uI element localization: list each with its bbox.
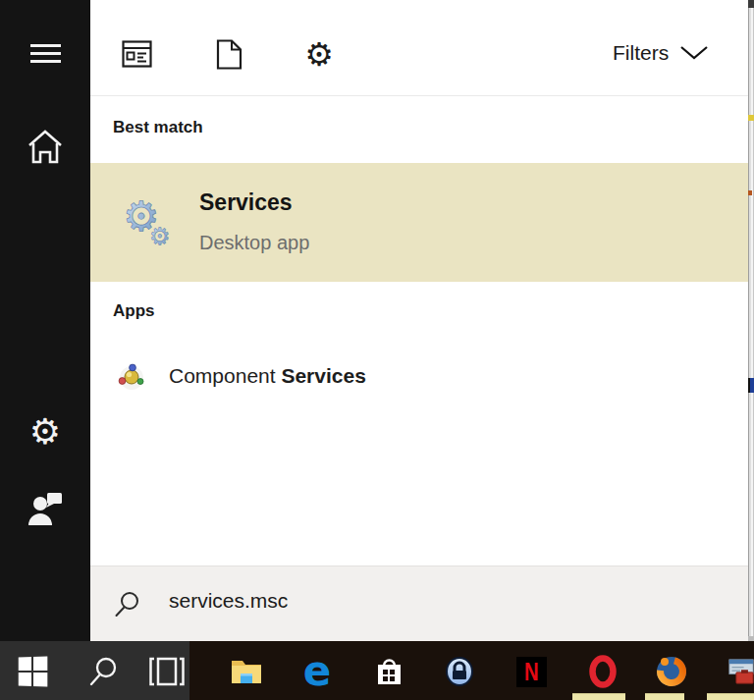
file-explorer-button[interactable]	[227, 652, 266, 691]
result-text: Component Services	[169, 364, 366, 388]
result-title: Services	[199, 189, 293, 216]
expand-menu-button[interactable]	[0, 26, 90, 81]
result-subtitle: Desktop app	[199, 232, 309, 254]
settings-filter-icon: ⚙	[304, 38, 334, 71]
chevron-down-icon	[680, 46, 708, 60]
taskbar-search-button[interactable]	[83, 652, 123, 691]
search-icon	[114, 591, 140, 618]
netflix-icon: N	[516, 657, 547, 687]
edge-fragment	[748, 378, 754, 393]
window-toolbox-icon	[728, 656, 754, 687]
result-component-services[interactable]: Component Services	[90, 351, 748, 403]
start-sidebar: ⚙	[0, 0, 90, 641]
sidebar-item-settings[interactable]: ⚙	[0, 404, 90, 459]
keepass-button[interactable]	[440, 652, 479, 691]
apps-header: Apps	[113, 301, 155, 321]
filter-apps-button[interactable]	[120, 37, 153, 71]
svg-text:⚙: ⚙	[149, 223, 171, 246]
edge-fragment	[748, 0, 754, 8]
component-services-icon	[117, 362, 146, 392]
edge-fragment	[748, 115, 754, 121]
gear-icon: ⚙	[29, 414, 61, 450]
task-view-icon	[148, 656, 186, 687]
windows-search-screen: ⚙	[0, 0, 754, 700]
windows-logo-icon	[19, 656, 48, 686]
desktop-fragment	[707, 693, 754, 700]
desktop-fragment	[572, 693, 625, 700]
document-filter-icon	[216, 39, 242, 70]
filter-settings-button[interactable]: ⚙	[302, 37, 336, 71]
filters-label: Filters	[613, 41, 669, 65]
search-input[interactable]	[167, 588, 721, 614]
services-gears-icon: ⚙ ⚙	[125, 195, 174, 246]
sidebar-item-account[interactable]	[0, 481, 90, 536]
firefox-button[interactable]	[652, 652, 691, 691]
store-bag-icon	[373, 656, 404, 687]
folder-icon	[230, 657, 263, 686]
start-button[interactable]	[13, 652, 52, 691]
store-button[interactable]	[369, 652, 408, 691]
sidebar-item-home[interactable]	[0, 120, 90, 175]
desktop-fragment	[645, 693, 684, 700]
filters-dropdown[interactable]: Filters	[613, 40, 708, 66]
result-services[interactable]: ⚙ ⚙ Services Desktop app	[90, 163, 748, 282]
search-box[interactable]	[90, 565, 748, 641]
edge-button[interactable]: e	[297, 652, 337, 691]
filter-documents-button[interactable]	[212, 37, 245, 71]
netflix-button[interactable]: N	[512, 652, 551, 691]
desktop-edge-strip	[748, 0, 754, 641]
user-icon	[26, 490, 65, 527]
header-divider	[90, 95, 748, 96]
task-view-button[interactable]	[147, 652, 187, 691]
search-flyout-panel: ⚙ Filters Best match ⚙ ⚙ Services	[90, 0, 748, 641]
hamburger-icon	[30, 39, 61, 68]
home-icon	[26, 129, 65, 166]
opera-icon	[587, 655, 619, 688]
apps-filter-icon	[122, 40, 152, 68]
best-match-header: Best match	[113, 118, 203, 137]
edge-fragment	[748, 190, 752, 195]
firefox-icon	[655, 655, 688, 688]
edge-icon: e	[303, 651, 332, 692]
opera-button[interactable]	[583, 652, 622, 691]
partial-app-button[interactable]	[728, 652, 754, 691]
search-icon	[87, 656, 119, 687]
padlock-icon	[443, 655, 476, 688]
